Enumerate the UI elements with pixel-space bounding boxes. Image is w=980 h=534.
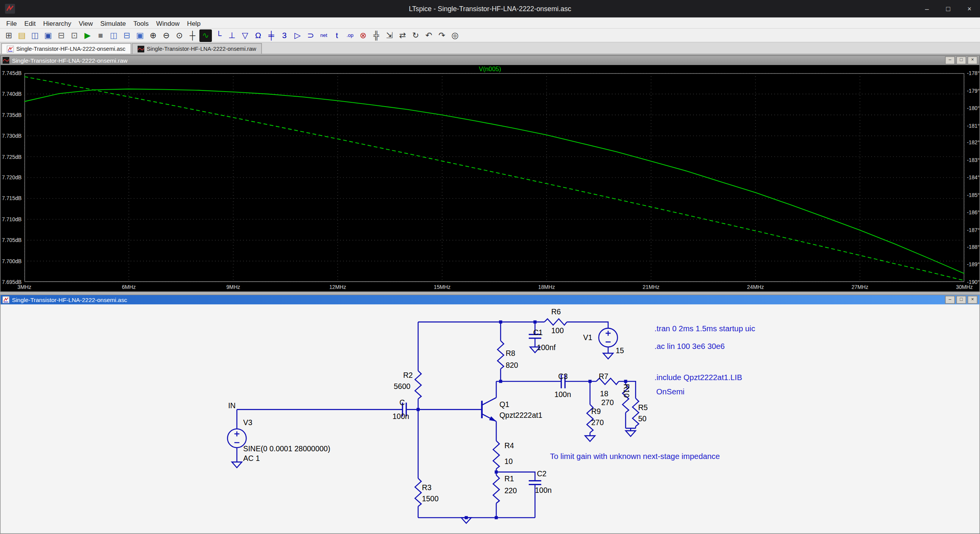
label-c1-name[interactable]: C1	[533, 328, 543, 337]
waveform-icon[interactable]: ∿	[199, 29, 212, 42]
diode-icon[interactable]: ▷	[291, 29, 304, 42]
label-r8-value[interactable]: 820	[506, 361, 518, 370]
menu-help[interactable]: Help	[183, 19, 205, 27]
print-icon[interactable]: ⊟	[55, 29, 68, 42]
tile-vertical-icon[interactable]: ◫	[108, 29, 120, 42]
trace-name-label[interactable]: V(n005)	[1, 66, 980, 73]
inductor-icon[interactable]: 3	[278, 29, 291, 42]
waveform-plot[interactable]	[24, 73, 964, 282]
directive-ac[interactable]: .ac lin 100 3e6 30e6	[654, 342, 725, 351]
label-c2-name[interactable]: C2	[537, 469, 547, 478]
wave-minimize-button[interactable]: –	[945, 56, 955, 64]
text-tool-icon[interactable]: t	[331, 29, 343, 42]
directive-include[interactable]: .include Qpzt2222at1.LIB	[654, 373, 742, 382]
tile-horizontal-icon[interactable]: ⊟	[121, 29, 133, 42]
label-c3-value[interactable]: 100n	[554, 390, 571, 399]
redo-icon[interactable]: ↷	[436, 29, 448, 42]
label-q1-name[interactable]: Q1	[499, 400, 509, 409]
label-r10-name[interactable]: R10	[622, 384, 631, 398]
net-icon[interactable]: net	[318, 29, 330, 42]
label-r6-value[interactable]: 100	[551, 326, 564, 335]
zoom-out-icon[interactable]: ⊖	[160, 29, 173, 42]
label-r2-name[interactable]: R2	[403, 371, 413, 380]
schematic-canvas[interactable]: IN C 100n R2 5600 R3 1500 V3 SINE(0 0.00…	[1, 304, 980, 533]
label-r6-name[interactable]: R6	[551, 308, 561, 317]
pan-icon[interactable]: ┼	[186, 29, 199, 42]
save-icon[interactable]: ▣	[42, 29, 55, 42]
voltage-source-symbols[interactable]	[228, 328, 618, 447]
label-r1-value[interactable]: 220	[504, 486, 517, 495]
net-label-in[interactable]: IN	[228, 401, 236, 410]
label-v3-name[interactable]: V3	[243, 418, 252, 427]
label-r2-value[interactable]: 5600	[394, 382, 410, 391]
label-r8-name[interactable]: R8	[506, 349, 515, 358]
cascade-windows-icon[interactable]: ▣	[134, 29, 147, 42]
label-v3-sine[interactable]: SINE(0 0.0001 28000000)	[243, 444, 330, 453]
mirror-icon[interactable]: ⇄	[396, 29, 409, 42]
zoom-extents-icon[interactable]: ⊙	[173, 29, 186, 42]
wave-close-button[interactable]: ×	[968, 56, 978, 64]
zoom-in-icon[interactable]: ⊕	[147, 29, 160, 42]
label-r7-name[interactable]: R7	[599, 372, 608, 381]
label-r3-value[interactable]: 1500	[422, 494, 438, 503]
label-r1-name[interactable]: R1	[504, 474, 514, 483]
open-icon[interactable]: ▤	[16, 29, 28, 42]
comment-onsemi[interactable]: OnSemi	[656, 388, 684, 397]
schematic-wires[interactable]	[237, 322, 636, 518]
save-all-icon[interactable]: ◫	[29, 29, 42, 42]
move-icon[interactable]: ╬	[370, 29, 383, 42]
minimize-button[interactable]: –	[916, 0, 937, 18]
directive-tran[interactable]: .tran 0 2ms 1.5ms startup uic	[654, 324, 755, 333]
wave-restore-button[interactable]: □	[956, 56, 966, 64]
run-icon[interactable]: ▶	[81, 29, 94, 42]
wire-icon[interactable]: └	[213, 29, 225, 42]
rotate-icon[interactable]: ↻	[409, 29, 422, 42]
capacitor-icon[interactable]: ╪	[265, 29, 278, 42]
search-icon[interactable]: ◎	[449, 29, 462, 42]
undo-icon[interactable]: ↶	[423, 29, 435, 42]
ground-icon[interactable]: ⊥	[226, 29, 238, 42]
label-v3-ac[interactable]: AC 1	[243, 454, 260, 463]
waveform-pane[interactable]: V(n005) 7.745dB7.740dB7.735dB7.730dB7.72…	[1, 65, 980, 291]
label-c-value[interactable]: 100n	[393, 412, 409, 421]
print-preview-icon[interactable]: ⊡	[68, 29, 81, 42]
menu-tools[interactable]: Tools	[130, 19, 152, 27]
label-v1-name[interactable]: V1	[583, 333, 592, 342]
label-r9-name[interactable]: R9	[591, 407, 601, 416]
label-v1-value[interactable]: 15	[616, 346, 624, 355]
menu-view[interactable]: View	[75, 19, 97, 27]
maximize-button[interactable]: □	[938, 0, 959, 18]
delete-icon[interactable]: ⊗	[357, 29, 370, 42]
label-r4-value[interactable]: 10	[504, 457, 513, 466]
schematic-restore-button[interactable]: □	[956, 296, 966, 304]
label-r3-name[interactable]: R3	[422, 483, 432, 492]
label-r10-value[interactable]: 270	[601, 398, 614, 407]
component-icon[interactable]: ⊃	[304, 29, 317, 42]
label-r9-value[interactable]: 270	[591, 418, 604, 427]
label-c3-name[interactable]: C3	[558, 372, 568, 381]
control-panel-icon[interactable]: ⊞	[3, 29, 15, 42]
net-label-icon[interactable]: ▽	[239, 29, 252, 42]
spice-directive-icon[interactable]: .op	[344, 29, 357, 42]
transistor-Q1[interactable]	[482, 398, 496, 422]
tab-schematic-file[interactable]: Single-Transistor-HF-LNA-2222-onsemi.asc	[1, 43, 131, 54]
close-button[interactable]: ×	[959, 0, 980, 18]
menu-window[interactable]: Window	[152, 19, 183, 27]
menu-hierarchy[interactable]: Hierarchy	[39, 19, 75, 27]
schematic-minimize-button[interactable]: –	[945, 296, 955, 304]
label-q1-model[interactable]: Qpzt2222at1	[499, 411, 542, 420]
drag-icon[interactable]: ⇲	[383, 29, 396, 42]
label-r4-name[interactable]: R4	[504, 441, 514, 450]
menu-file[interactable]: File	[3, 19, 21, 27]
label-c1-value[interactable]: 100nf	[537, 343, 556, 352]
label-r5-name[interactable]: R5	[638, 403, 648, 412]
menu-edit[interactable]: Edit	[20, 19, 39, 27]
resistor-icon[interactable]: Ω	[252, 29, 265, 42]
tab-waveform-file[interactable]: Single-Transistor-HF-LNA-2222-onsemi.raw	[132, 43, 262, 54]
halt-icon[interactable]: ■	[94, 29, 107, 42]
label-c-name[interactable]: C	[399, 398, 405, 407]
menu-simulate[interactable]: Simulate	[97, 19, 130, 27]
schematic-close-button[interactable]: ×	[968, 296, 978, 304]
comment-gain-note[interactable]: To limit gain with unknown next-stage im…	[550, 452, 720, 461]
label-r5-value[interactable]: 50	[638, 414, 647, 423]
